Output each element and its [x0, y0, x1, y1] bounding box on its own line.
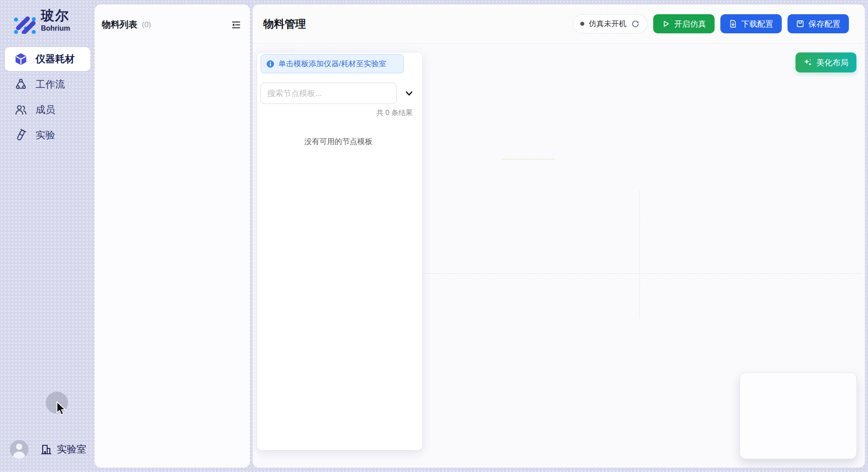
simulation-status-text: 仿真未开机 — [589, 19, 627, 29]
brand-text: 玻尔 Bohrium — [41, 9, 70, 32]
brand: 玻尔 Bohrium — [6, 7, 70, 34]
start-simulation-button[interactable]: 开启仿真 — [653, 14, 715, 33]
beautify-layout-button[interactable]: 美化布局 — [796, 52, 856, 72]
sparkles-icon — [804, 58, 812, 67]
play-icon — [662, 20, 670, 28]
template-palette-panel: 单击模板添加仪器/耗材至实验室 共 0 条结果 没有可用的节点模板 — [257, 52, 422, 450]
download-config-button[interactable]: 下载配置 — [720, 14, 782, 33]
menu-fold-icon — [231, 20, 241, 30]
material-list-title: 物料列表 — [102, 19, 137, 31]
info-icon — [266, 60, 274, 68]
lab-canvas[interactable]: 美化布局 单击模板添加仪器/耗材至实验室 — [253, 44, 865, 468]
refresh-status-button[interactable] — [631, 20, 640, 28]
beautify-layout-label: 美化布局 — [816, 57, 848, 68]
sidebar-nav: 仪器耗材 工作流 — [5, 47, 90, 147]
workflow-icon — [14, 78, 28, 91]
results-count: 共 0 条结果 — [261, 108, 416, 118]
start-simulation-label: 开启仿真 — [674, 19, 706, 29]
lab-entry-label: 实验室 — [57, 443, 86, 456]
sidebar-item-instruments[interactable]: 仪器耗材 — [5, 47, 90, 71]
page-title: 物料管理 — [263, 17, 306, 31]
canvas-guide-line-vertical — [639, 191, 640, 318]
hint-banner: 单击模板添加仪器/耗材至实验室 — [261, 54, 404, 73]
sidebar: 玻尔 Bohrium 仪器耗材 — [0, 0, 95, 472]
file-download-icon — [729, 20, 737, 28]
hint-banner-text: 单击模板添加仪器/耗材至实验室 — [278, 59, 386, 69]
minimap[interactable] — [739, 372, 857, 459]
avatar-body — [13, 452, 25, 459]
save-icon — [796, 20, 804, 28]
simulation-status-pill: 仿真未开机 — [573, 14, 647, 33]
material-list-header: 物料列表 (0) — [95, 4, 250, 31]
canvas-guide-line-horizontal — [423, 273, 861, 274]
building-icon — [40, 443, 52, 456]
cube-icon — [14, 52, 28, 66]
sidebar-item-workflow[interactable]: 工作流 — [5, 72, 90, 96]
sidebar-item-label: 成员 — [36, 103, 55, 116]
main-panel: 物料管理 仿真未开机 开启仿真 — [253, 4, 865, 468]
main-header: 物料管理 仿真未开机 开启仿真 — [253, 4, 865, 44]
logo-mark-icon — [6, 7, 36, 34]
avatar[interactable] — [10, 440, 28, 459]
chevron-down-icon — [404, 88, 414, 98]
brand-name-en: Bohrium — [41, 25, 70, 32]
lab-entry[interactable]: 实验室 — [40, 440, 86, 459]
collapse-panel-button[interactable] — [230, 19, 242, 31]
empty-templates-message: 没有可用的节点模板 — [261, 136, 416, 147]
members-icon — [14, 103, 28, 116]
sidebar-item-label: 仪器耗材 — [36, 52, 75, 66]
brand-name-zh: 玻尔 — [41, 9, 70, 22]
save-config-label: 保存配置 — [808, 19, 840, 29]
sidebar-item-label: 实验 — [36, 128, 55, 142]
refresh-icon — [631, 20, 639, 28]
template-search-input[interactable] — [261, 83, 397, 104]
material-list-count: (0) — [142, 20, 151, 29]
header-actions: 仿真未开机 开启仿真 — [573, 14, 849, 33]
avatar-head — [16, 444, 22, 450]
sidebar-item-members[interactable]: 成员 — [5, 98, 90, 122]
sidebar-footer: 实验室 — [0, 440, 95, 460]
canvas-guide-line-accent — [502, 159, 555, 160]
download-config-label: 下载配置 — [741, 19, 773, 29]
material-list-panel: 物料列表 (0) — [95, 4, 250, 468]
app-window: 玻尔 Bohrium 仪器耗材 — [0, 0, 868, 472]
sidebar-item-experiments[interactable]: 实验 — [5, 123, 90, 147]
save-config-button[interactable]: 保存配置 — [788, 14, 849, 33]
expand-templates-button[interactable] — [402, 86, 416, 100]
experiment-icon — [14, 128, 28, 142]
status-dot-icon — [580, 22, 584, 26]
template-search-row — [261, 83, 416, 104]
sidebar-item-label: 工作流 — [36, 78, 65, 91]
